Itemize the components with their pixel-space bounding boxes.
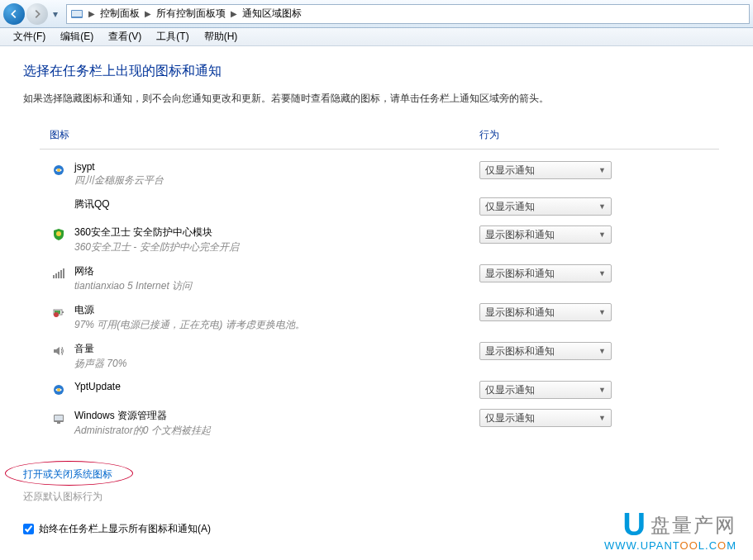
app-icon: [50, 411, 68, 425]
select-value: 仅显示通知: [485, 383, 535, 397]
links-section: 打开或关闭系统图标 还原默认图标行为: [23, 467, 753, 512]
always-show-label[interactable]: 始终在任务栏上显示所有图标和通知(A): [39, 522, 211, 536]
forward-arrow-icon: [31, 8, 43, 20]
row-title: 音量: [74, 342, 479, 356]
link-toggle-system-icons[interactable]: 打开或关闭系统图标: [23, 467, 112, 482]
nav-history-dropdown[interactable]: ▾: [50, 8, 61, 20]
main-content: 选择在任务栏上出现的图标和通知 如果选择隐藏图标和通知，则不会向您通知更改和更新…: [0, 46, 753, 449]
always-show-checkbox[interactable]: [23, 524, 34, 534]
watermark-url: WWW.UPANTOOL.COM: [604, 539, 736, 552]
row-subtitle: tiantianxiao 5 Internet 访问: [74, 279, 479, 293]
row-title: 360安全卫士 安全防护中心模块: [74, 225, 479, 240]
forward-button[interactable]: [26, 3, 48, 25]
row-title: Windows 资源管理器: [74, 409, 479, 423]
chevron-down-icon: ▼: [598, 347, 606, 355]
behavior-select[interactable]: 显示图标和通知▼: [479, 342, 612, 360]
breadcrumb-separator: ▶: [229, 9, 239, 18]
breadcrumb-notification-icons[interactable]: 通知区域图标: [239, 7, 305, 21]
chevron-down-icon: ▼: [598, 308, 606, 316]
menu-tools[interactable]: 工具(T): [150, 28, 195, 45]
select-value: 仅显示通知: [485, 164, 535, 178]
behavior-select[interactable]: 仅显示通知▼: [479, 161, 612, 179]
link-restore-default[interactable]: 还原默认图标行为: [23, 490, 102, 504]
svg-rect-8: [60, 270, 62, 278]
svg-rect-11: [62, 311, 64, 313]
icon-list-container: 图标 行为 jsypt四川金穗服务云平台仅显示通知▼腾讯QQ仅显示通知▼360安…: [40, 124, 719, 449]
svg-point-4: [56, 231, 61, 236]
column-header-action: 行为: [479, 128, 499, 142]
breadcrumb-all-items[interactable]: 所有控制面板项: [153, 7, 229, 21]
chevron-down-icon: ▼: [598, 166, 606, 174]
chevron-down-icon: ▼: [598, 202, 606, 211]
table-row: 腾讯QQ仅显示通知▼: [40, 192, 719, 221]
navigation-bar: ▾ ▶ 控制面板 ▶ 所有控制面板项 ▶ 通知区域图标: [0, 0, 753, 28]
row-select-wrap: 仅显示通知▼: [479, 381, 612, 399]
row-subtitle: 360安全卫士 - 安全防护中心完全开启: [74, 240, 479, 254]
menu-edit[interactable]: 编辑(E): [54, 28, 100, 45]
select-value: 显示图标和通知: [485, 267, 555, 281]
row-text: 网络tiantianxiao 5 Internet 访问: [74, 264, 479, 293]
control-panel-icon: [70, 7, 83, 21]
breadcrumb-control-panel[interactable]: 控制面板: [97, 7, 143, 21]
address-bar[interactable]: ▶ 控制面板 ▶ 所有控制面板项 ▶ 通知区域图标: [66, 4, 750, 24]
svg-point-15: [57, 388, 60, 392]
row-text: YptUpdate: [74, 381, 479, 392]
table-row: jsypt四川金穗服务云平台仅显示通知▼: [40, 156, 719, 192]
svg-rect-17: [55, 415, 63, 420]
behavior-select[interactable]: 仅显示通知▼: [479, 197, 612, 216]
page-description: 如果选择隐藏图标和通知，则不会向您通知更改和更新。若要随时查看隐藏的图标，请单击…: [23, 92, 753, 106]
svg-rect-5: [53, 275, 55, 278]
app-icon: [50, 227, 68, 242]
behavior-select[interactable]: 显示图标和通知▼: [479, 303, 612, 321]
select-value: 显示图标和通知: [485, 228, 555, 242]
app-icon: [50, 344, 68, 358]
table-row: Windows 资源管理器Administrator的0 个文档被挂起仅显示通知…: [40, 404, 719, 443]
row-subtitle: 97% 可用(电源已接通，正在充电) 请考虑更换电池。: [74, 318, 479, 332]
table-row: 音量扬声器 70%显示图标和通知▼: [40, 337, 719, 376]
menu-help[interactable]: 帮助(H): [198, 28, 245, 45]
app-icon: [50, 305, 68, 320]
menu-bar: 文件(F) 编辑(E) 查看(V) 工具(T) 帮助(H): [0, 28, 753, 46]
chevron-down-icon: ▼: [598, 386, 606, 394]
app-icon: [50, 163, 68, 178]
behavior-select[interactable]: 仅显示通知▼: [479, 381, 612, 399]
row-subtitle: 扬声器 70%: [74, 357, 479, 371]
behavior-select[interactable]: 仅显示通知▼: [479, 409, 612, 427]
row-title: 电源: [74, 303, 479, 317]
row-select-wrap: 显示图标和通知▼: [479, 342, 612, 360]
svg-rect-18: [57, 422, 60, 424]
svg-point-13: [54, 312, 59, 317]
row-subtitle: 四川金穗服务云平台: [74, 173, 479, 187]
svg-rect-1: [72, 11, 82, 17]
row-subtitle: Administrator的0 个文档被挂起: [74, 424, 479, 438]
row-select-wrap: 显示图标和通知▼: [479, 264, 612, 282]
watermark-brand: 盘量产网: [651, 512, 736, 539]
select-value: 显示图标和通知: [485, 344, 555, 358]
row-select-wrap: 仅显示通知▼: [479, 197, 612, 216]
table-row: 网络tiantianxiao 5 Internet 访问显示图标和通知▼: [40, 259, 719, 298]
breadcrumb-separator: ▶: [143, 9, 153, 18]
behavior-select[interactable]: 显示图标和通知▼: [479, 225, 612, 244]
row-title: jsypt: [74, 161, 479, 173]
row-text: 音量扬声器 70%: [74, 342, 479, 371]
chevron-down-icon: ▼: [598, 269, 606, 278]
icon-list-body[interactable]: jsypt四川金穗服务云平台仅显示通知▼腾讯QQ仅显示通知▼360安全卫士 安全…: [40, 149, 719, 449]
table-row: 电源97% 可用(电源已接通，正在充电) 请考虑更换电池。显示图标和通知▼: [40, 298, 719, 337]
svg-rect-9: [63, 268, 64, 278]
menu-view[interactable]: 查看(V): [102, 28, 148, 45]
svg-point-3: [57, 168, 60, 172]
back-arrow-icon: [8, 8, 20, 20]
behavior-select[interactable]: 显示图标和通知▼: [479, 264, 612, 282]
app-icon: [50, 266, 68, 281]
menu-file[interactable]: 文件(F): [7, 28, 52, 45]
select-value: 仅显示通知: [485, 411, 535, 425]
row-text: 360安全卫士 安全防护中心模块360安全卫士 - 安全防护中心完全开启: [74, 225, 479, 254]
row-title: 网络: [74, 264, 479, 278]
row-text: Windows 资源管理器Administrator的0 个文档被挂起: [74, 409, 479, 438]
back-button[interactable]: [3, 3, 25, 25]
svg-rect-6: [55, 273, 57, 278]
row-title: 腾讯QQ: [74, 197, 479, 211]
svg-rect-7: [58, 272, 60, 278]
row-select-wrap: 显示图标和通知▼: [479, 303, 612, 321]
row-select-wrap: 仅显示通知▼: [479, 161, 612, 179]
